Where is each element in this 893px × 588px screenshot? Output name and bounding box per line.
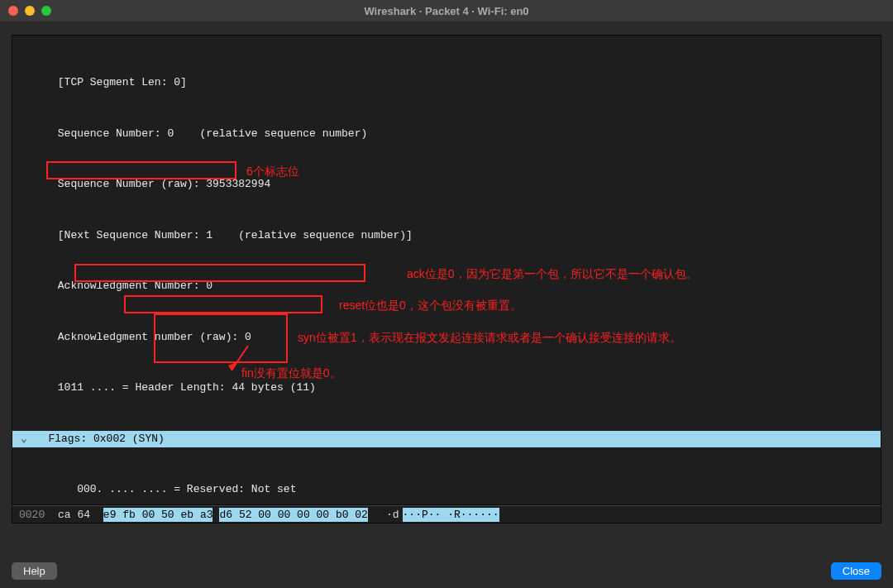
ascii-dump-highlighted: ···P·· ·R······ (403, 508, 499, 522)
tree-row[interactable]: Acknowledgment Number: 0 (12, 278, 881, 295)
hex-bytes: ca 64 (58, 509, 90, 521)
flags-header-row[interactable]: ⌄ Flags: 0x002 (SYN) (12, 431, 881, 448)
window-title: Wireshark · Packet 4 · Wi-Fi: en0 (364, 5, 528, 17)
hex-bytes-highlighted: d6 52 00 00 00 00 b0 02 (219, 508, 367, 522)
hex-offset: 0020 (19, 509, 45, 521)
tree-row[interactable]: [Next Sequence Number: 1 (relative seque… (12, 227, 881, 245)
titlebar: Wireshark · Packet 4 · Wi-Fi: en0 (0, 0, 893, 22)
tree-row[interactable]: [TCP Segment Len: 0] (12, 74, 881, 92)
tree-row[interactable]: Sequence Number (raw): 3953382994 (12, 176, 881, 194)
hex-bytes-highlighted: e9 fb 00 50 eb a3 (103, 508, 213, 522)
help-button[interactable]: Help (12, 562, 57, 580)
dialog-footer: Help Close (12, 562, 881, 580)
hex-dump-bar[interactable]: 0020 ca 64 e9 fb 00 50 eb a3 d6 52 00 00… (12, 505, 881, 523)
close-window-icon[interactable] (8, 6, 18, 16)
tree-row[interactable]: Sequence Number: 0 (relative sequence nu… (12, 126, 881, 143)
chevron-down-icon: ⌄ (19, 431, 29, 448)
minimize-window-icon[interactable] (25, 6, 35, 16)
tree-row[interactable]: 000. .... .... = Reserved: Not set (12, 481, 881, 499)
tree-row[interactable]: Acknowledgment number (raw): 0 (12, 329, 881, 347)
protocol-tree[interactable]: [TCP Segment Len: 0] Sequence Number: 0 … (12, 36, 881, 505)
zoom-window-icon[interactable] (41, 6, 51, 16)
ascii-dump: ·d (386, 509, 399, 521)
tree-row[interactable]: 1011 .... = Header Length: 44 bytes (11) (12, 380, 881, 397)
close-button[interactable]: Close (831, 562, 881, 580)
packet-details-panel: [TCP Segment Len: 0] Sequence Number: 0 … (12, 35, 881, 505)
window-controls (8, 6, 51, 16)
